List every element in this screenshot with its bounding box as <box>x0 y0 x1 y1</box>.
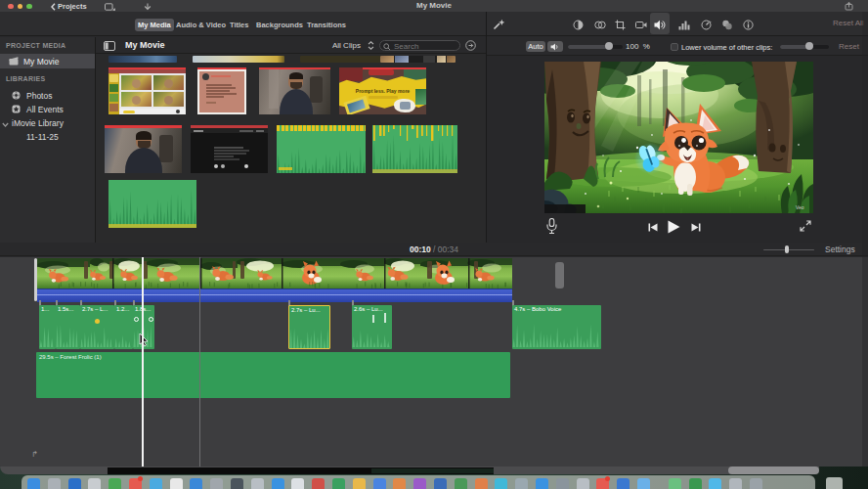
svg-text:Veo: Veo <box>796 204 804 210</box>
